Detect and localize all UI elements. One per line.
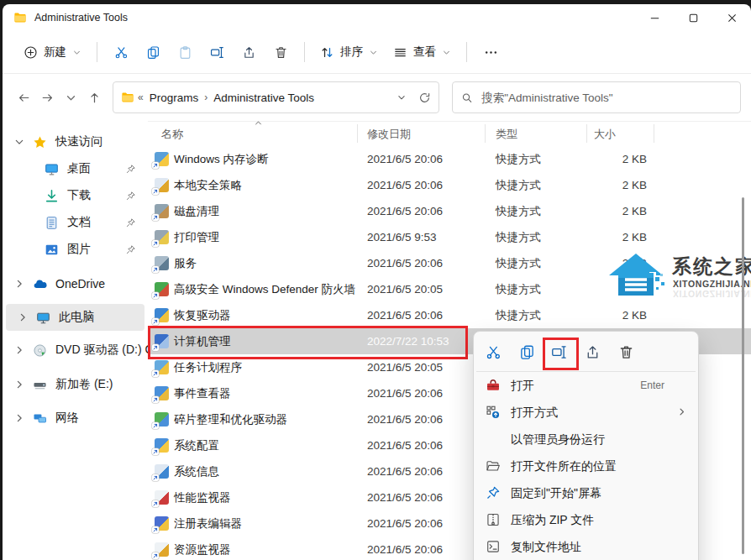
sidebar-item-network-label: 网络: [55, 411, 79, 426]
expand-chevron-icon[interactable]: [13, 278, 25, 290]
menu-item-open[interactable]: 打开Enter: [474, 372, 698, 399]
document-icon: [45, 216, 59, 230]
sidebar-item-pictures-label: 图片: [67, 242, 91, 257]
rename-button[interactable]: [201, 38, 233, 66]
file-date-modified: 2021/6/5 20:06: [367, 484, 443, 510]
expand-chevron-icon[interactable]: [13, 412, 25, 424]
sidebar-item-documents-label: 文档: [67, 215, 91, 230]
disk-cleanup-icon: [155, 204, 169, 218]
desktop-icon: [45, 162, 59, 176]
column-header-date-modified[interactable]: 修改日期: [367, 127, 411, 142]
screenshot-root: { "window": { "title": "Administrative T…: [0, 0, 751, 560]
copy-button[interactable]: [137, 38, 169, 66]
sort-button-label: 排序: [340, 44, 363, 60]
column-separator[interactable]: [654, 124, 654, 143]
minimize-button[interactable]: [635, 4, 674, 31]
expand-chevron-icon[interactable]: [13, 344, 25, 356]
column-header-type[interactable]: 类型: [496, 127, 517, 142]
sidebar-item-desktop[interactable]: 桌面: [3, 155, 148, 182]
submenu-chevron-icon: [676, 406, 687, 417]
pin-icon[interactable]: [125, 191, 136, 201]
shortcut-arrow-icon: [152, 448, 159, 455]
close-button[interactable]: [712, 4, 751, 31]
file-name: 本地安全策略: [174, 172, 242, 198]
refresh-icon[interactable]: [418, 92, 431, 104]
address-dropdown-icon[interactable]: [397, 92, 407, 102]
recent-locations-button[interactable]: [60, 86, 83, 110]
menu-share-button[interactable]: [580, 339, 605, 364]
paste-button[interactable]: [169, 38, 201, 66]
forward-button[interactable]: [36, 86, 60, 110]
menu-item-pin-to-start-label: 固定到"开始"屏幕: [511, 479, 601, 506]
expand-chevron-icon[interactable]: [17, 311, 29, 323]
breadcrumb-overflow-chevron[interactable]: «: [138, 92, 144, 103]
sidebar-item-onedrive[interactable]: OneDrive: [3, 270, 148, 297]
sidebar-item-documents[interactable]: 文档: [3, 209, 148, 236]
search-input[interactable]: [480, 91, 732, 105]
network-icon: [33, 411, 47, 426]
cut-button[interactable]: [105, 38, 137, 66]
sidebar-item-pictures[interactable]: 图片: [3, 236, 148, 263]
sidebar-item-dvd-drive[interactable]: DVD 驱动器 (D:) CC: [3, 337, 148, 364]
download-icon: [45, 189, 59, 203]
file-date-modified: 2021/6/5 20:06: [367, 172, 443, 198]
view-button[interactable]: 查看: [386, 39, 459, 65]
expand-chevron-icon[interactable]: [13, 379, 25, 390]
sidebar-item-downloads[interactable]: 下载: [3, 182, 148, 209]
breadcrumb-segment[interactable]: Administrative Tools: [213, 92, 314, 104]
file-name: 高级安全 Windows Defender 防火墙: [174, 276, 355, 302]
file-row[interactable]: 磁盘清理2021/6/5 20:06快捷方式2 KB: [148, 198, 751, 224]
file-type: 快捷方式: [496, 276, 541, 302]
up-button[interactable]: [82, 86, 106, 110]
file-row[interactable]: Windows 内存诊断2021/6/5 20:06快捷方式2 KB: [148, 146, 751, 172]
sort-button[interactable]: 排序: [312, 39, 386, 65]
column-separator[interactable]: [586, 124, 587, 143]
share-button[interactable]: [233, 38, 265, 66]
menu-item-run-as-admin[interactable]: 以管理员身份运行: [474, 426, 698, 453]
toolbox-icon: [486, 378, 501, 393]
breadcrumb[interactable]: «Programs›Administrative Tools: [113, 81, 439, 113]
breadcrumb-segment[interactable]: Programs: [150, 92, 199, 104]
vertical-scrollbar[interactable]: [742, 197, 744, 554]
menu-delete-button[interactable]: [613, 339, 638, 364]
shortcut-arrow-icon: [152, 266, 159, 273]
sidebar-item-network[interactable]: 网络: [3, 405, 148, 432]
more-options-button[interactable]: [475, 38, 507, 66]
column-separator[interactable]: [485, 124, 486, 143]
registry-editor-icon: [155, 516, 169, 531]
sidebar-item-quick-access[interactable]: 快速访问: [3, 128, 148, 155]
column-separator[interactable]: [357, 124, 358, 143]
search-icon: [461, 92, 473, 104]
file-name: 碎片整理和优化驱动器: [174, 406, 287, 432]
back-button[interactable]: [13, 86, 36, 110]
menu-item-copy-file-path[interactable]: 复制文件地址: [474, 533, 698, 560]
collapse-chevron-icon[interactable]: [13, 136, 25, 148]
plus-circle-icon: [24, 45, 38, 60]
cut-icon: [114, 45, 129, 60]
delete-button[interactable]: [265, 38, 297, 66]
star-icon: [33, 135, 47, 149]
sort-icon: [320, 45, 334, 60]
menu-item-open-with[interactable]: 打开方式: [474, 399, 698, 426]
menu-item-pin-to-start[interactable]: 固定到"开始"屏幕: [474, 479, 698, 506]
column-header-name[interactable]: 名称: [161, 127, 183, 142]
menu-cut-button[interactable]: [481, 339, 506, 364]
new-button[interactable]: 新建: [16, 39, 89, 65]
pin-icon[interactable]: [125, 217, 136, 228]
menu-copy-button[interactable]: [514, 339, 539, 364]
sidebar-item-new-volume[interactable]: 新加卷 (E:): [3, 371, 148, 398]
column-header-size[interactable]: 大小: [594, 127, 616, 142]
sidebar-item-this-pc[interactable]: 此电脑: [6, 304, 144, 331]
pin-icon[interactable]: [125, 164, 136, 175]
watermark-title: 系统之家: [672, 254, 751, 280]
sort-ascending-icon: [254, 118, 263, 128]
delete-icon: [618, 344, 634, 360]
maximize-button[interactable]: [674, 4, 712, 31]
shortcut-arrow-icon: [152, 240, 159, 247]
menu-item-compress-zip[interactable]: 压缩为 ZIP 文件: [474, 506, 698, 533]
sidebar-item-new-volume-label: 新加卷 (E:): [55, 377, 113, 392]
pin-icon[interactable]: [125, 244, 136, 255]
file-name: Windows 内存诊断: [174, 146, 269, 172]
file-row[interactable]: 本地安全策略2021/6/5 20:06快捷方式2 KB: [148, 172, 751, 198]
menu-item-open-file-location[interactable]: 打开文件所在的位置: [474, 453, 698, 479]
